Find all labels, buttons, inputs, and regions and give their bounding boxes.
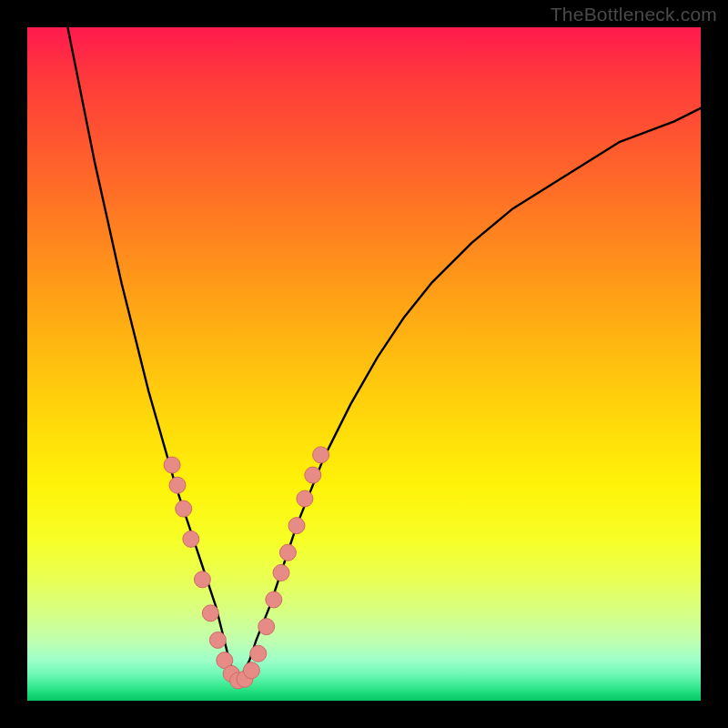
chart-frame: TheBottleneck.com: [0, 0, 728, 728]
data-marker: [273, 564, 289, 581]
data-marker: [288, 518, 305, 534]
data-marker: [202, 605, 218, 622]
data-marker: [250, 645, 267, 662]
data-marker: [243, 662, 259, 679]
data-marker: [176, 500, 192, 517]
data-marker: [297, 490, 313, 507]
data-marker: [209, 632, 226, 648]
data-marker: [183, 531, 199, 547]
data-marker: [266, 592, 282, 608]
data-marker: [313, 447, 329, 463]
data-marker: [164, 457, 180, 473]
data-marker: [258, 619, 275, 635]
curve-segment: [67, 27, 236, 681]
watermark-text: TheBottleneck.com: [551, 4, 717, 25]
plot-area: [27, 27, 701, 701]
data-marker: [194, 571, 210, 588]
curve-segment: [236, 108, 701, 681]
data-marker: [279, 544, 296, 561]
chart-svg: [27, 27, 701, 701]
curve-markers: [164, 447, 329, 689]
data-marker: [169, 477, 186, 493]
data-marker: [305, 467, 321, 483]
bottleneck-curve: [67, 27, 701, 681]
